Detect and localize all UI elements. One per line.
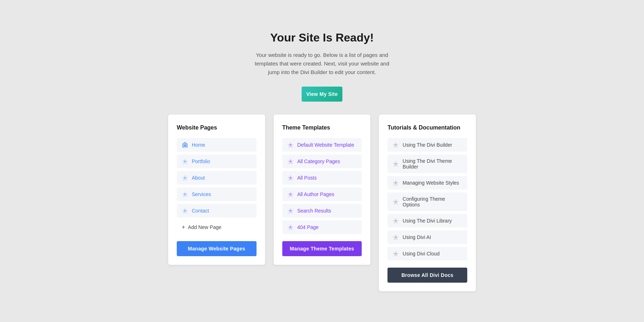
svg-point-22 [395, 144, 397, 146]
template-item-category-label: All Category Pages [297, 158, 340, 164]
svg-point-2 [184, 160, 186, 162]
svg-point-26 [395, 182, 397, 184]
tutorial-item-library[interactable]: Using The Divi Library [387, 214, 467, 228]
tutorials-title: Tutorials & Documentation [387, 125, 467, 131]
divi-template-icon [287, 191, 294, 197]
divi-tutorial-icon [392, 234, 399, 240]
divi-tutorial-icon [392, 142, 399, 148]
page-item-portfolio-label: Portfolio [192, 158, 210, 164]
page-item-home-label: Home [192, 142, 205, 148]
svg-point-6 [184, 193, 186, 195]
svg-point-14 [289, 177, 291, 179]
manage-website-pages-button[interactable]: Manage Website Pages [177, 241, 257, 256]
page-item-portfolio[interactable]: Portfolio [177, 155, 257, 168]
add-new-page[interactable]: + Add New Page [177, 220, 257, 234]
svg-point-24 [395, 163, 397, 165]
center-content: Your Site Is Ready! Your website is read… [161, 17, 483, 306]
template-item-author[interactable]: All Author Pages [282, 187, 362, 201]
divi-tutorial-icon [392, 180, 399, 186]
main-title: Your Site Is Ready! [270, 31, 374, 44]
cards-row: Website Pages Home [168, 114, 476, 291]
divi-template-icon [287, 175, 294, 181]
divi-page-icon [182, 175, 188, 181]
divi-page-icon [182, 158, 188, 165]
theme-templates-title: Theme Templates [282, 125, 362, 131]
svg-point-28 [395, 201, 397, 203]
tutorials-card: Tutorials & Documentation Using The Divi… [379, 114, 476, 291]
tutorial-item-cloud-label: Using Divi Cloud [402, 251, 439, 257]
template-item-404-label: 404 Page [297, 224, 319, 230]
tutorial-item-library-label: Using The Divi Library [402, 218, 452, 224]
add-new-page-label: Add New Page [188, 224, 221, 230]
tutorial-item-styles-label: Managing Website Styles [402, 180, 459, 186]
divi-tutorial-icon [392, 250, 399, 257]
tutorial-item-theme-builder-label: Using The Divi Theme Builder [402, 158, 462, 170]
website-pages-card: Website Pages Home [168, 114, 265, 265]
manage-theme-templates-button[interactable]: Manage Theme Templates [282, 241, 362, 256]
page-item-about[interactable]: About [177, 171, 257, 185]
page-item-contact-label: Contact [192, 208, 209, 214]
page-item-contact[interactable]: Contact [177, 204, 257, 218]
subtitle: Your website is ready to go. Below is a … [254, 51, 390, 77]
divi-template-icon [287, 142, 294, 148]
divi-tutorial-icon [392, 161, 399, 167]
template-item-search-label: Search Results [297, 208, 331, 214]
divi-template-icon [287, 158, 294, 165]
tutorial-item-builder-label: Using The Divi Builder [402, 142, 452, 148]
template-item-category[interactable]: All Category Pages [282, 155, 362, 168]
divi-tutorial-icon [392, 199, 399, 205]
tutorial-item-theme-builder[interactable]: Using The Divi Theme Builder [387, 155, 467, 173]
template-item-default-label: Default Website Template [297, 142, 354, 148]
svg-point-30 [395, 220, 397, 221]
browse-all-docs-button[interactable]: Browse All Divi Docs [387, 268, 467, 283]
page-item-home[interactable]: Home [177, 138, 257, 152]
svg-point-10 [289, 144, 291, 146]
svg-point-18 [289, 210, 291, 211]
tutorial-item-builder[interactable]: Using The Divi Builder [387, 138, 467, 152]
page-item-about-label: About [192, 175, 205, 181]
divi-page-icon [182, 208, 188, 214]
template-item-posts[interactable]: All Posts [282, 171, 362, 185]
svg-point-34 [395, 253, 397, 254]
svg-point-20 [289, 226, 291, 228]
tutorial-item-ai-label: Using Divi AI [402, 234, 431, 240]
template-item-posts-label: All Posts [297, 175, 317, 181]
tutorial-item-ai[interactable]: Using Divi AI [387, 230, 467, 244]
page-item-services[interactable]: Services [177, 187, 257, 201]
svg-point-4 [184, 177, 186, 179]
template-item-default[interactable]: Default Website Template [282, 138, 362, 152]
divi-template-icon [287, 208, 294, 214]
plus-icon: + [182, 224, 185, 230]
svg-point-16 [289, 193, 291, 195]
theme-templates-card: Theme Templates Default Website Template [274, 114, 371, 265]
divi-template-icon [287, 224, 294, 230]
svg-point-32 [395, 236, 397, 238]
template-item-404[interactable]: 404 Page [282, 220, 362, 234]
divi-tutorial-icon [392, 218, 399, 224]
tutorial-item-options[interactable]: Configuring Theme Options [387, 192, 467, 211]
website-pages-title: Website Pages [177, 125, 257, 131]
divi-page-icon [182, 191, 188, 197]
page-wrapper: Your Site Is Ready! Your website is read… [0, 0, 644, 322]
tutorial-item-styles[interactable]: Managing Website Styles [387, 176, 467, 190]
divi-page-icon [182, 142, 188, 148]
tutorial-item-options-label: Configuring Theme Options [402, 196, 462, 208]
svg-point-8 [184, 210, 186, 211]
template-item-search[interactable]: Search Results [282, 204, 362, 218]
page-item-services-label: Services [192, 191, 211, 197]
tutorial-item-cloud[interactable]: Using Divi Cloud [387, 247, 467, 260]
view-site-button[interactable]: View My Site [302, 87, 342, 102]
svg-point-12 [289, 160, 291, 162]
template-item-author-label: All Author Pages [297, 191, 335, 197]
